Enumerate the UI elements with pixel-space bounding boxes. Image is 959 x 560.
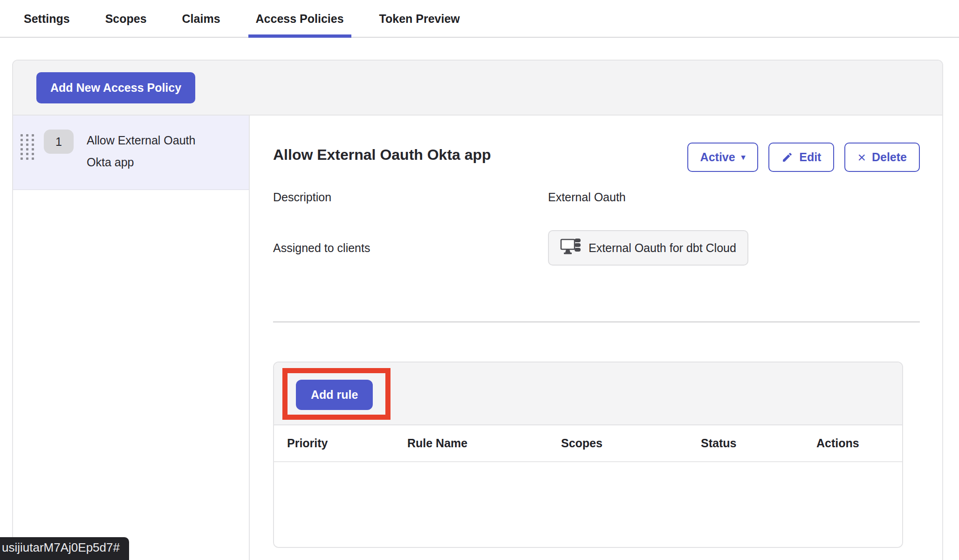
- active-status-label: Active: [700, 150, 735, 164]
- policy-priority-badge: 1: [44, 130, 74, 154]
- assigned-clients-label: Assigned to clients: [273, 241, 548, 255]
- panel-body: 1 Allow External Oauth Okta app Allow Ex…: [13, 116, 942, 560]
- rules-card-header: Add rule: [274, 362, 902, 425]
- tab-settings[interactable]: Settings: [16, 9, 77, 37]
- delete-policy-button[interactable]: × Delete: [844, 143, 920, 172]
- policy-list-item[interactable]: 1 Allow External Oauth Okta app: [13, 116, 249, 190]
- edit-policy-button[interactable]: Edit: [768, 143, 834, 172]
- column-header-priority: Priority: [287, 437, 407, 450]
- description-label: Description: [273, 191, 548, 204]
- add-rule-button[interactable]: Add rule: [296, 380, 373, 410]
- description-row: Description External Oauth: [273, 191, 920, 204]
- delete-button-label: Delete: [872, 150, 907, 164]
- policy-detail: Allow External Oauth Okta app Active ▾ E…: [250, 116, 942, 560]
- link-preview-status-bar: usijiutarM7Aj0Ep5d7#: [0, 537, 129, 560]
- client-chip[interactable]: External Oauth for dbt Cloud: [548, 230, 748, 266]
- add-new-access-policy-button[interactable]: Add New Access Policy: [36, 72, 195, 103]
- access-policies-panel: Add New Access Policy: [12, 60, 943, 560]
- panel-header: Add New Access Policy: [13, 61, 942, 116]
- tab-access-policies[interactable]: Access Policies: [248, 9, 351, 37]
- rules-table-empty-body: [274, 462, 902, 547]
- policy-name-label: Allow External Oauth Okta app: [87, 130, 206, 173]
- tab-bar: Settings Scopes Claims Access Policies T…: [0, 0, 959, 38]
- column-header-rule-name: Rule Name: [407, 437, 561, 450]
- policy-action-buttons: Active ▾ Edit × Delete: [687, 143, 920, 172]
- x-icon: ×: [857, 152, 866, 163]
- client-app-icon: [560, 238, 582, 258]
- description-value: External Oauth: [548, 191, 626, 204]
- column-header-scopes: Scopes: [561, 437, 701, 450]
- rules-card: Add rule Priority Rule Name Scopes Statu…: [273, 362, 903, 548]
- drag-handle-icon[interactable]: [21, 134, 36, 162]
- tab-token-preview[interactable]: Token Preview: [372, 9, 467, 37]
- pencil-icon: [781, 151, 793, 163]
- column-header-status: Status: [701, 437, 816, 450]
- tab-scopes[interactable]: Scopes: [98, 9, 154, 37]
- policy-detail-header: Allow External Oauth Okta app Active ▾ E…: [273, 143, 920, 172]
- column-header-actions: Actions: [816, 437, 902, 450]
- client-chip-label: External Oauth for dbt Cloud: [589, 241, 736, 255]
- edit-button-label: Edit: [799, 150, 821, 164]
- active-status-dropdown[interactable]: Active ▾: [687, 143, 759, 172]
- rules-table-header: Priority Rule Name Scopes Status Actions: [274, 425, 902, 462]
- section-divider: [273, 321, 920, 322]
- chevron-down-icon: ▾: [741, 153, 746, 161]
- policy-title: Allow External Oauth Okta app: [273, 143, 491, 164]
- assigned-clients-row: Assigned to clients External Oauth for d…: [273, 230, 920, 266]
- tab-claims[interactable]: Claims: [175, 9, 228, 37]
- red-highlight-box: Add rule: [282, 368, 390, 420]
- policy-list: 1 Allow External Oauth Okta app: [13, 116, 250, 560]
